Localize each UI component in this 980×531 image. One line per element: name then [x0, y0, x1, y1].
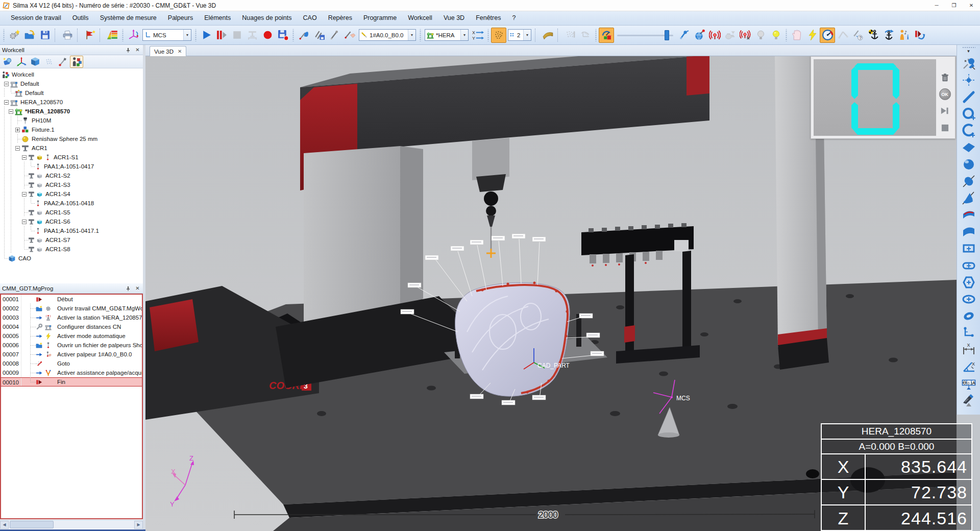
program-row[interactable]: 00009Activer assistance palpage/acqui — [1, 368, 142, 377]
program-row[interactable]: 00001Début — [1, 295, 142, 304]
tree-item-acr1-s7[interactable]: ACR1-S7 — [0, 235, 143, 245]
light-on-button[interactable] — [768, 28, 783, 43]
program-row[interactable]: 00007Activer palpeur 1#A0.0_B0.0 — [1, 350, 142, 359]
speed-slider[interactable] — [617, 29, 673, 42]
restore-button[interactable]: ❐ — [945, 0, 963, 11]
menu-fenetres[interactable]: Fenêtres — [470, 11, 506, 25]
collapse-icon[interactable] — [22, 155, 27, 160]
clamp-button[interactable] — [244, 28, 260, 43]
menu-elements[interactable]: Eléments — [199, 11, 236, 25]
remote-signal-button[interactable] — [707, 28, 722, 43]
arc-feature-button[interactable] — [959, 122, 978, 139]
mcs-combo-dropdown[interactable]: ▾ — [183, 30, 191, 40]
pause-step-button[interactable] — [214, 28, 229, 43]
counter-trash-button[interactable] — [939, 71, 951, 84]
tree-item-acr1-s8[interactable]: ACR1-S8 — [0, 245, 143, 254]
probe-build-button[interactable] — [676, 28, 692, 43]
menu-vue3d[interactable]: Vue 3D — [438, 11, 470, 25]
tree-item-cao[interactable]: CAO — [0, 254, 143, 263]
program-row[interactable]: 00003Activer la station 'HERA_1208570 — [1, 313, 142, 322]
collapse-icon[interactable] — [15, 146, 20, 151]
expand-icon[interactable] — [15, 128, 20, 132]
menu-programme[interactable]: Programme — [358, 11, 402, 25]
corner-point-button[interactable] — [959, 324, 978, 341]
polygon-feature-button[interactable] — [959, 274, 978, 291]
tab-vue-3d[interactable]: Vue 3D ✕ — [150, 46, 186, 56]
circle-feature-button[interactable] — [959, 105, 978, 122]
probe-combo[interactable]: 1#A0.0_B0.0 ▾ — [359, 29, 416, 41]
probe-view-button[interactable] — [56, 56, 69, 68]
torus-feature-button[interactable] — [959, 307, 978, 324]
speed-slider-thumb[interactable] — [665, 30, 669, 40]
tree-item-hera[interactable]: HERA_1208570 — [0, 98, 143, 107]
anchor-move-button[interactable] — [881, 28, 896, 43]
caliper-button[interactable] — [959, 392, 978, 408]
tree-item-acr1-s6[interactable]: ACR1-S6 — [0, 217, 143, 226]
tree-item-paa2[interactable]: PAA2;A-1051-0418 — [0, 199, 143, 208]
surface-feature-button[interactable] — [959, 223, 978, 240]
new-job-button[interactable] — [7, 28, 22, 43]
menu-systeme-mesure[interactable]: Système de mesure — [94, 11, 162, 25]
probe-manual-button[interactable] — [342, 28, 357, 43]
record-button[interactable] — [260, 28, 275, 43]
tree-item-acr1-s5[interactable]: ACR1-S5 — [0, 208, 143, 217]
pointcloud-view-button[interactable] — [42, 56, 56, 68]
probe-single-button[interactable] — [327, 28, 342, 43]
open-folder-button[interactable] — [22, 28, 37, 43]
tree-item-paa1-1[interactable]: PAA1;A-1051-0417.1 — [0, 226, 143, 235]
tree-item-acr1-s3[interactable]: ACR1-S3 — [0, 180, 143, 189]
frame-axes-button[interactable] — [126, 28, 141, 43]
menu-palpeurs[interactable]: Palpeurs — [162, 11, 199, 25]
collapse-icon[interactable] — [9, 109, 13, 114]
simulation-active-button[interactable] — [599, 28, 614, 43]
frames-view-button[interactable] — [15, 56, 28, 68]
gdt-tolerance-button[interactable]: 0.1A — [959, 375, 978, 392]
tree-item-workcell[interactable]: Workcell — [0, 70, 143, 79]
save-record-button[interactable] — [275, 28, 290, 43]
close-button[interactable]: ✕ — [963, 0, 980, 11]
tree-item-ph10m[interactable]: PH10M — [0, 116, 143, 125]
render-disabled-button[interactable] — [722, 28, 738, 43]
angle-button[interactable]: X — [959, 358, 978, 375]
tree-item-fixture[interactable]: Fixture.1 — [0, 125, 143, 134]
collapse-icon[interactable] — [22, 220, 27, 224]
tree-item-acr1[interactable]: ACR1 — [0, 143, 143, 153]
tree-item-acr1-s4[interactable]: ACR1-S4 — [0, 189, 143, 199]
auto-feature-button[interactable] — [959, 55, 978, 71]
toolbar-grip[interactable] — [3, 29, 5, 41]
workcell-tree-view-button[interactable] — [70, 56, 83, 68]
menu-session[interactable]: Session de travail — [5, 11, 67, 25]
operator-assist-button[interactable]: ♪i — [896, 28, 912, 43]
curve-feature-button[interactable] — [959, 206, 978, 223]
horizontal-scrollbar[interactable]: ◀ ▶ — [0, 520, 143, 529]
dcc-globe-button[interactable] — [692, 28, 707, 43]
save-button[interactable] — [37, 28, 53, 43]
tree-item-acr1-s1[interactable]: ACR1-S1 — [0, 153, 143, 162]
counter-stop-button[interactable] — [939, 122, 951, 134]
cloud-axes-disabled-button[interactable] — [578, 28, 593, 43]
menu-workcell[interactable]: Workcell — [402, 11, 438, 25]
cad-view-button[interactable] — [29, 56, 42, 68]
stop-button[interactable] — [229, 28, 244, 43]
program-row[interactable]: 00002Ouvrir travail CMM_GD&T.MgWo — [1, 304, 142, 313]
sphere-feature-button[interactable] — [959, 156, 978, 173]
line-feature-button[interactable] — [959, 88, 978, 105]
menu-nuages[interactable]: Nuages de points — [236, 11, 297, 25]
menu-outils[interactable]: Outils — [67, 11, 94, 25]
print-button[interactable] — [60, 28, 75, 43]
probe-qualify-button[interactable] — [296, 28, 311, 43]
cad-part[interactable] — [455, 282, 570, 397]
point-size-combo[interactable]: 2 ▾ — [508, 29, 531, 41]
point-size-dropdown[interactable]: ▾ — [523, 30, 531, 40]
probe-combo-dropdown[interactable]: ▾ — [408, 30, 415, 40]
cone-feature-button[interactable] — [959, 189, 978, 206]
speedometer-active-button[interactable] — [820, 28, 835, 43]
collapse-icon[interactable] — [4, 100, 9, 105]
tree-item-default-station[interactable]: Default — [0, 88, 143, 98]
station-combo-dropdown[interactable]: ▾ — [460, 30, 468, 40]
tree-item-paa1[interactable]: PAA1;A-1051-0417 — [0, 162, 143, 171]
tree-item-sphere[interactable]: Renishaw Sphere 25 mm — [0, 134, 143, 143]
pin-icon[interactable] — [125, 285, 131, 292]
tree-item-hera-station[interactable]: *HERA_1208570 — [0, 107, 143, 116]
plane-feature-button[interactable] — [959, 139, 978, 156]
